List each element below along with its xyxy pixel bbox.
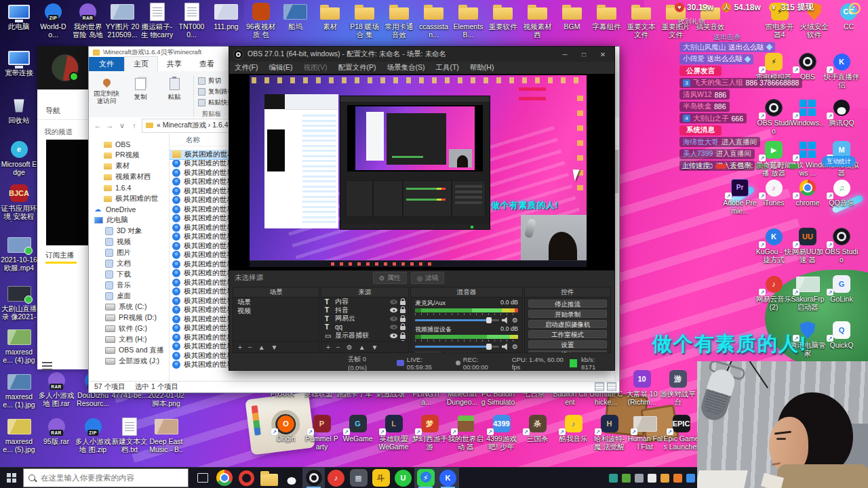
explorer-nav-item[interactable]: 视频 (89, 237, 169, 247)
desktop-icon[interactable]: ↗ 搬运箱子-生 物carryon... (140, 1, 174, 40)
desktop-icon[interactable]: EPIC ↗ Epic Games Launcher (663, 413, 699, 452)
desktop-icon[interactable]: ↗ 此电脑 (1, 1, 36, 40)
slider-handle[interactable] (486, 344, 492, 350)
desktop-icon[interactable]: ↗ Human Fall Flat (627, 413, 663, 452)
desktop-icon[interactable]: G ↗ WeGame (340, 413, 376, 452)
up-button[interactable]: ↑ (130, 121, 139, 129)
desktop-icon[interactable]: ↗ 素材 (313, 1, 347, 40)
source-item[interactable]: T 抖音 (321, 306, 408, 315)
explorer-nav-item[interactable]: 3D 对象 (89, 226, 169, 237)
yy-nav-tab[interactable]: 导航 (45, 106, 60, 116)
desktop-icon[interactable]: 10 ↗ 大富翁 10(Richm... (624, 369, 660, 407)
recent-dropdown-button[interactable]: ∨ (117, 121, 127, 130)
explorer-nav-item[interactable]: OneDrive (89, 204, 169, 215)
add-source-button[interactable]: + (326, 344, 330, 351)
source-item[interactable]: ◉ mc (321, 340, 408, 342)
desktop-icon[interactable]: ↗ 我的世界启动 器 (448, 413, 484, 452)
desktop-icon[interactable]: ZIP ↗ 多人小游戏地 图.zip (75, 416, 111, 454)
taskbar-search[interactable] (23, 468, 189, 487)
obs-control-button[interactable]: 启动虚拟摄像机 (528, 320, 607, 329)
obs-preview[interactable]: 做个有素质的人! (229, 74, 614, 270)
desktop-icon[interactable]: ↗ ElementsB... (451, 1, 486, 40)
withdraw-label[interactable]: 提现 (797, 1, 814, 13)
controls-dock-title[interactable]: 控件 (525, 287, 610, 298)
explorer-nav-item[interactable]: 文档 (89, 258, 169, 269)
start-button[interactable] (0, 468, 23, 488)
task-view-button[interactable] (193, 468, 213, 488)
desktop-icon[interactable]: ↗ 回收站 (1, 95, 37, 125)
explorer-nav-item[interactable]: 文档 (H:) (89, 334, 169, 345)
explorer-nav-item[interactable]: 软件 (G:) (89, 323, 169, 334)
desktop-icon[interactable]: ♪ ↗ 酷我音乐 (555, 413, 591, 452)
source-item[interactable]: ▭ 显示器捕获 (321, 331, 408, 340)
desktop-icon[interactable]: BJCA ↗ 证书应用环境 安装程序_G... (1, 183, 37, 222)
scene-up-button[interactable]: ▲ (258, 344, 265, 351)
taskbar-app-button[interactable]: 斗 (370, 468, 392, 488)
taskbar-app-button[interactable] (302, 468, 325, 488)
menu-item[interactable]: 编辑(E) (269, 63, 292, 73)
desktop-icon[interactable]: ↗ 111.png (209, 1, 243, 40)
tray-icon[interactable] (673, 474, 682, 483)
desktop-icon[interactable]: RAR ↗ 多人小游戏地 图.rar (38, 370, 75, 408)
add-scene-button[interactable]: + (238, 344, 242, 351)
desktop-icon[interactable]: e ↗ Microsoft Edge (1, 139, 37, 177)
visibility-eye-icon[interactable] (390, 317, 397, 321)
desktop-icon[interactable]: ↗ P18 暖场合 集 (347, 1, 382, 40)
source-item[interactable]: T 内容 (321, 298, 408, 306)
back-button[interactable]: ← (93, 121, 102, 129)
interaction-stats-pill[interactable]: 互动统计 (822, 156, 856, 167)
tray-icon[interactable] (609, 474, 618, 483)
desktop-icon[interactable]: H ↗ 哈利波特-魔 法觉醒 (591, 413, 627, 452)
source-item[interactable]: T 网易云 (321, 314, 408, 323)
mixer-dock-title[interactable]: 混音器 (411, 287, 522, 298)
speaker-icon[interactable] (502, 344, 509, 350)
visibility-eye-icon[interactable] (390, 325, 397, 329)
tray-icon[interactable] (660, 474, 669, 483)
slider-handle[interactable] (486, 317, 492, 323)
maximize-button[interactable]: □ (576, 51, 591, 58)
menu-item[interactable]: 配置文件(P) (338, 63, 376, 73)
desktop-icon[interactable]: UU ↗ 网易UU加速 器 (789, 226, 826, 264)
search-input[interactable] (39, 473, 164, 483)
desktop-icon[interactable]: ↗ OBS Studio (823, 226, 860, 264)
taskbar-app-button[interactable]: K (437, 468, 459, 488)
explorer-nav-item[interactable]: 桌面 (89, 291, 169, 302)
obs-control-button[interactable]: 开始录制 (528, 310, 607, 319)
tab-share[interactable]: 共享 (158, 57, 191, 71)
explorer-nav-item[interactable]: 下载 (89, 269, 169, 280)
explorer-nav-item[interactable]: 音乐 (89, 280, 169, 291)
desktop-icon[interactable]: ♫ ↗ QQ音乐 (823, 178, 860, 207)
explorer-nav-item[interactable]: 图片 (89, 247, 169, 258)
speaker-icon[interactable] (502, 317, 509, 324)
desktop-icon[interactable]: P ↗ Pummel Party (304, 413, 340, 452)
desktop-icon[interactable]: ↗ 2021-10-16 欧服.mp4 (1, 235, 37, 272)
desktop-icon[interactable]: ↗ 新建文本文 档.txt (111, 416, 148, 454)
explorer-nav-item[interactable]: OBS and 直播 (89, 345, 169, 356)
tab-home[interactable]: 主页 (124, 56, 158, 71)
source-up-button[interactable]: ▲ (359, 344, 366, 351)
yy-my-channel-tab[interactable]: 我的频道 (44, 127, 73, 137)
tray-icon[interactable] (686, 474, 695, 483)
close-button[interactable]: ✕ (595, 51, 610, 58)
tab-file[interactable]: 文件 (89, 57, 124, 71)
desktop-icon[interactable]: 4399 ↗ 4399游戏 吧! 少年 (484, 413, 519, 452)
explorer-nav-item[interactable]: PR视频 (D:) (89, 312, 169, 323)
desktop-icon[interactable]: ↗ 重要文本文件 (624, 1, 658, 40)
tray-icon[interactable] (622, 474, 631, 483)
forward-button[interactable]: → (105, 121, 115, 129)
desktop-icon[interactable]: RAR ↗ 95版.rar (38, 416, 75, 446)
desktop-icon[interactable]: ↗ 常用卡通音效 (382, 1, 416, 40)
desktop-icon[interactable]: ↗ maxresde... (5).jpg (1, 416, 37, 454)
desktop-icon[interactable]: ↗ ccassistan... (416, 1, 451, 40)
desktop-icon[interactable]: 游 ↗ 游侠对战平台 (660, 369, 696, 407)
tray-icon[interactable] (635, 474, 644, 483)
explorer-nav-item[interactable]: OBS (89, 139, 169, 150)
remove-scene-button[interactable]: − (248, 344, 252, 351)
copy-button[interactable]: 复制 (125, 74, 155, 120)
explorer-nav-item[interactable]: 1.6.4 (89, 182, 169, 193)
sources-dock-title[interactable]: 来源 (321, 287, 408, 298)
desktop-icon[interactable]: ↗ maxresde... (4).jpg (1, 327, 37, 365)
lock-icon[interactable] (400, 301, 406, 305)
taskbar-app-button[interactable] (258, 468, 280, 488)
taskbar-app-button[interactable] (280, 468, 302, 488)
